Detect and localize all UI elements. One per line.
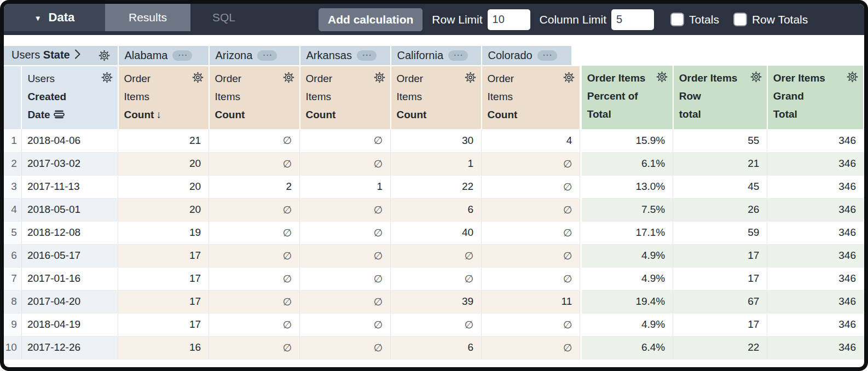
row-total-cell[interactable]: 17	[673, 244, 767, 267]
measure-gear-button[interactable]	[192, 71, 204, 84]
value-cell-alabama[interactable]: 21	[118, 129, 209, 152]
calc-header-grand-total[interactable]: Orer ItemsGrandTotal	[767, 66, 864, 129]
date-cell[interactable]: 2016-05-17	[21, 244, 118, 267]
value-cell-alabama[interactable]: 17	[118, 290, 209, 313]
calc-gear-button[interactable]	[656, 71, 668, 83]
row-totals-checkbox[interactable]	[733, 13, 747, 26]
value-cell-california[interactable]: 6	[391, 336, 482, 359]
row-limit-input[interactable]	[488, 9, 530, 30]
measure-gear-button[interactable]	[373, 71, 386, 84]
value-cell-california[interactable]: 22	[391, 175, 482, 198]
row-total-cell[interactable]: 17	[673, 267, 767, 290]
value-cell-alabama[interactable]: 17	[118, 313, 209, 336]
value-cell-colorado[interactable]: 4	[482, 129, 580, 152]
pivot-value-header-colorado[interactable]: Colorado⋯	[482, 46, 580, 66]
row-total-cell[interactable]: 55	[673, 129, 767, 152]
row-total-cell[interactable]: 22	[673, 336, 767, 359]
pivot-dimension-header[interactable]: Users State	[4, 46, 118, 66]
pivot-value-header-california[interactable]: California⋯	[391, 46, 482, 66]
percent-of-total-cell[interactable]: 4.9%	[582, 244, 673, 267]
row-total-cell[interactable]: 17	[673, 313, 767, 336]
percent-of-total-cell[interactable]: 19.4%	[582, 290, 673, 313]
measure-header-arkansas[interactable]: OrderItemsCount	[300, 66, 391, 129]
value-cell-colorado[interactable]: 11	[482, 290, 580, 313]
date-cell[interactable]: 2018-04-06	[21, 129, 118, 152]
measure-header-alabama[interactable]: OrderItemsCount↓	[118, 66, 209, 129]
value-cell-arkansas[interactable]: 1	[300, 175, 391, 198]
ellipsis-icon[interactable]: ⋯	[448, 50, 468, 61]
percent-of-total-cell[interactable]: 6.1%	[582, 152, 673, 175]
percent-of-total-cell[interactable]: 6.4%	[582, 336, 673, 359]
value-cell-california[interactable]: 6	[391, 198, 482, 221]
grand-total-cell[interactable]: 346	[767, 198, 864, 221]
date-cell[interactable]: 2018-05-01	[21, 198, 118, 221]
grand-total-cell[interactable]: 346	[767, 175, 864, 198]
grand-total-cell[interactable]: 346	[767, 221, 864, 244]
calc-header-row-total[interactable]: Order ItemsRowtotal	[673, 66, 767, 129]
date-cell[interactable]: 2018-12-08	[21, 221, 118, 244]
date-cell[interactable]: 2017-11-13	[21, 175, 118, 198]
measure-gear-button[interactable]	[464, 71, 477, 84]
measure-gear-button[interactable]	[282, 71, 295, 84]
tab-results[interactable]: Results	[105, 4, 190, 31]
totals-checkbox[interactable]	[670, 13, 684, 26]
pivot-dimension-gear-button[interactable]	[98, 49, 111, 62]
calc-header-percent-of-total[interactable]: Order ItemsPercent ofTotal	[582, 66, 673, 129]
percent-of-total-cell[interactable]: 13.0%	[582, 175, 673, 198]
ellipsis-icon[interactable]: ⋯	[357, 50, 377, 61]
pivot-value-header-arizona[interactable]: Arizona⋯	[209, 46, 300, 66]
grand-total-cell[interactable]: 346	[767, 290, 864, 313]
value-cell-california[interactable]: 39	[391, 290, 482, 313]
date-cell[interactable]: 2017-03-02	[21, 152, 118, 175]
measure-header-california[interactable]: OrderItemsCount	[391, 66, 482, 129]
value-cell-arizona[interactable]: 2	[209, 175, 300, 198]
value-cell-alabama[interactable]: 20	[118, 175, 209, 198]
grand-total-cell[interactable]: 346	[767, 244, 864, 267]
row-total-cell[interactable]: 59	[673, 221, 767, 244]
value-cell-california[interactable]: 40	[391, 221, 482, 244]
value-cell-alabama[interactable]: 17	[118, 267, 209, 290]
percent-of-total-cell[interactable]: 4.9%	[582, 313, 673, 336]
value-cell-alabama[interactable]: 16	[118, 336, 209, 359]
value-cell-alabama[interactable]: 20	[118, 152, 209, 175]
dimension-gear-button[interactable]	[101, 71, 113, 84]
date-cell[interactable]: 2017-12-26	[21, 336, 118, 359]
pivot-value-header-arkansas[interactable]: Arkansas⋯	[300, 46, 391, 66]
percent-of-total-cell[interactable]: 7.5%	[582, 198, 673, 221]
grand-total-cell[interactable]: 346	[767, 152, 864, 175]
grand-total-cell[interactable]: 346	[767, 313, 864, 336]
value-cell-california[interactable]: 30	[391, 129, 482, 152]
percent-of-total-cell[interactable]: 15.9%	[582, 129, 673, 152]
date-cell[interactable]: 2017-04-20	[21, 290, 118, 313]
percent-of-total-cell[interactable]: 4.9%	[582, 267, 673, 290]
value-cell-alabama[interactable]: 20	[118, 198, 209, 221]
row-total-cell[interactable]: 26	[673, 198, 767, 221]
value-cell-alabama[interactable]: 19	[118, 221, 209, 244]
add-calculation-button[interactable]: Add calculation	[319, 8, 423, 31]
grand-total-cell[interactable]: 346	[767, 129, 864, 152]
measure-header-arizona[interactable]: OrderItemsCount	[209, 66, 300, 129]
calc-gear-button[interactable]	[750, 71, 762, 83]
row-total-cell[interactable]: 45	[673, 175, 767, 198]
column-limit-input[interactable]	[611, 9, 654, 30]
dimension-header-users-created-date[interactable]: UsersCreatedDate	[21, 66, 118, 129]
measure-header-colorado[interactable]: OrderItemsCount	[482, 66, 580, 129]
row-total-cell[interactable]: 67	[673, 290, 767, 313]
grand-total-cell[interactable]: 346	[767, 267, 864, 290]
calc-gear-button[interactable]	[846, 71, 859, 83]
measure-gear-button[interactable]	[563, 71, 575, 84]
gear-icon	[373, 71, 386, 84]
ellipsis-icon[interactable]: ⋯	[172, 50, 192, 61]
ellipsis-icon[interactable]: ⋯	[257, 50, 277, 61]
date-cell[interactable]: 2018-04-19	[21, 313, 118, 336]
value-cell-alabama[interactable]: 17	[118, 244, 209, 267]
date-cell[interactable]: 2017-01-16	[21, 267, 118, 290]
data-menu[interactable]: ▼ Data	[4, 4, 105, 31]
pivot-value-header-alabama[interactable]: Alabama⋯	[118, 46, 209, 66]
value-cell-california[interactable]: 1	[391, 152, 482, 175]
ellipsis-icon[interactable]: ⋯	[537, 50, 557, 61]
percent-of-total-cell[interactable]: 17.1%	[582, 221, 673, 244]
grand-total-cell[interactable]: 346	[767, 336, 864, 359]
tab-sql[interactable]: SQL	[190, 4, 257, 31]
row-total-cell[interactable]: 21	[673, 152, 767, 175]
